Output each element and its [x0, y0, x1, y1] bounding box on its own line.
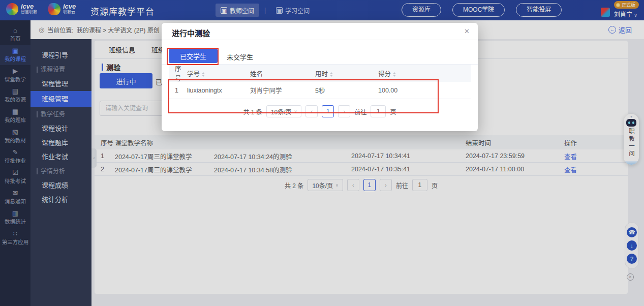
goto-unit: 页 — [390, 107, 396, 116]
tab-unsubmitted-students[interactable]: 未交学生 — [227, 52, 253, 62]
tab-submitted-students[interactable]: 已交学生 — [169, 49, 218, 63]
modal-header: 进行中测验 ✕ — [162, 23, 478, 40]
modal-pagination: 共 1 条 10条/页∨ ‹ 1 › 前往 页 — [169, 105, 471, 117]
modal-title: 进行中测验 — [172, 27, 210, 38]
app-window: icve智慧职教 icve职教云 资源库教学平台 ▣ 教师空间 | ▣ 学习空间… — [0, 0, 644, 306]
sort-icon — [393, 72, 396, 77]
next-page-button[interactable]: › — [338, 105, 350, 117]
goto-label: 前往 — [354, 107, 366, 116]
close-icon[interactable]: ✕ — [464, 27, 470, 35]
total-count: 共 1 条 — [243, 107, 262, 116]
page-number-button[interactable]: 1 — [322, 105, 334, 117]
goto-page-input[interactable] — [371, 105, 386, 117]
sortable-column-student-id[interactable]: 学号 — [187, 69, 250, 78]
students-table-header: 序号 学号 姓名 用时 得分 — [169, 65, 471, 82]
sort-icon — [330, 72, 333, 77]
students-table: 序号 学号 姓名 用时 得分 1 liuxiaoningtx 刘肖宁同学 5秒 … — [169, 65, 471, 117]
prev-page-button[interactable]: ‹ — [305, 105, 318, 117]
student-row: 1 liuxiaoningtx 刘肖宁同学 5秒 100.00 — [169, 82, 471, 99]
sort-icon — [202, 72, 205, 77]
sortable-column-score[interactable]: 得分 — [378, 69, 434, 78]
page-size-select[interactable]: 10条/页∨ — [266, 105, 302, 117]
chevron-down-icon: ∨ — [294, 109, 297, 114]
inprogress-quiz-modal: 进行中测验 ✕ 已交学生 未交学生 序号 学号 姓名 用时 得分 1 liuxi… — [162, 23, 478, 131]
modal-tabs: 已交学生 未交学生 — [162, 40, 478, 65]
sortable-column-duration[interactable]: 用时 — [315, 69, 378, 78]
